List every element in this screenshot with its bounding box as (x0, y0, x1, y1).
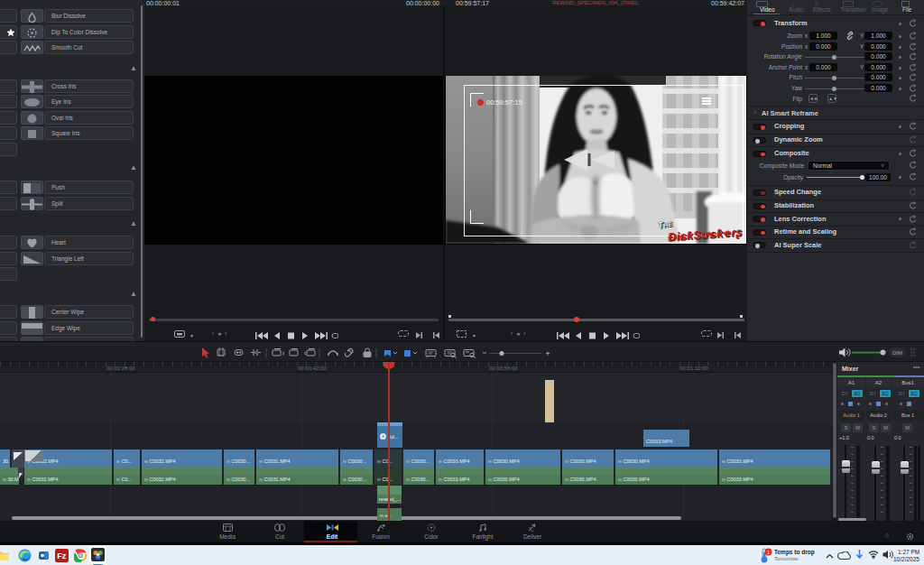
svg-text:Fz: Fz (57, 551, 66, 560)
svg-text:DIM: DIM (892, 350, 902, 356)
